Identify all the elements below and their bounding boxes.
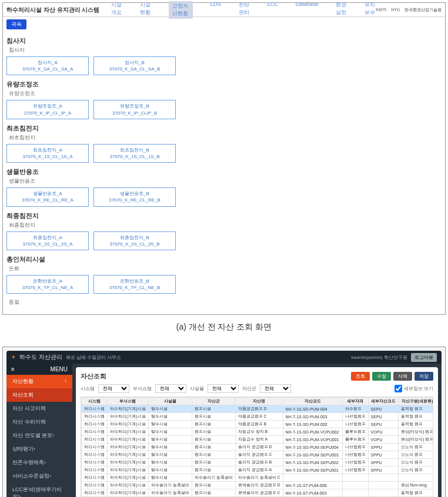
table-row[interactable]: 처리시스템하수처리(기계)시설하수슬러기 농축설비펌프시설원액슬러지 공급펌프 … (82, 482, 434, 489)
nav-tab[interactable]: 시설현황 (140, 1, 151, 19)
cell: 탈수시설 (148, 451, 192, 459)
nav-tab[interactable]: LOS (210, 1, 221, 19)
column-header[interactable]: 시스템 (82, 398, 108, 405)
table-row[interactable]: 처리시스템하수처리(기계)시설탈수시설펌프시설약품공급펌프 DNH-T-1S-S… (82, 405, 434, 413)
cell: 하수처리(기계)시설 (108, 421, 149, 428)
asset-card[interactable]: 최초침전지_B37070_K_1S_CL_1S_B (93, 144, 176, 163)
cell: 하수처리(기계)시설 (108, 482, 149, 489)
column-header[interactable]: 세부자재 (342, 398, 368, 405)
column-header[interactable]: 자산명 (235, 398, 283, 405)
location-label: 목포 남해 수질관리 사무소 (66, 354, 122, 361)
sidebar-item[interactable]: 자산현황› (6, 375, 72, 388)
asset-card[interactable]: 생물반응조_A37070_K_RE_CL_RE_A (6, 187, 89, 206)
cell: 펌프시설 (192, 459, 235, 466)
detail-checkbox[interactable] (394, 385, 402, 392)
table-row[interactable]: 처리시스템하수처리(기계)시설탈수시설펌프시설슬러지 공급펌프 DNH-T-1S… (82, 444, 434, 451)
cell: 처리시스템 (82, 428, 108, 436)
cell: 용적형 펌프 (398, 421, 433, 428)
column-header[interactable]: 자산군 (192, 398, 235, 405)
table-row[interactable]: 처리시스템하수처리(기계)시설탈수시설펌프시설자동급수 장치 BNH-T-1S-… (82, 428, 434, 436)
cell (283, 474, 342, 482)
sidebar: ≡ MENU 자산현황›자산조회자산 사고이력자산 수리이력자산 연도별 분포›… (6, 364, 72, 497)
asset-card[interactable]: 유량조정조_A37070_K_IP_CL_IP_A (6, 100, 89, 119)
partner-logo: HYU (391, 8, 400, 12)
asset-card[interactable]: 최초침전지_A37070_K_1S_CL_1S_A (6, 144, 89, 163)
table-row[interactable]: 처리시스템하수처리(기계)시설하수슬러기 농축설비펌프시설원액슬러지 공급펌프 … (82, 489, 434, 497)
cell: 처리시스템 (82, 451, 108, 459)
cell: 펌프시설 (192, 405, 235, 413)
asset-card-name: 온화반응조_B (96, 278, 173, 284)
sidebar-item[interactable]: 자산 연도별 분포› (6, 429, 72, 442)
column-header[interactable]: 세부자산코드 (368, 398, 398, 405)
cell: 하수슬러기 농축설비 C (235, 474, 283, 482)
table-row[interactable]: 처리시스템하수처리(기계)시설탈수시설펌프시설슬러지 공급펌프 CNH-T-1S… (82, 451, 434, 459)
table-row[interactable]: 처리시스템하수처리(기계)시설탈수시설펌프시설약품공급펌프 BNH-T-1S-S… (82, 421, 434, 428)
sidebar-item[interactable]: 잔존수명예측› (6, 456, 72, 469)
nav-tab[interactable]: Database (296, 1, 319, 19)
cell: 자동급수 장치 B (235, 428, 283, 436)
cell: 나선형펌프 (342, 466, 368, 474)
cell: 하수처리(기계)시설 (108, 489, 149, 497)
table-row[interactable]: 처리시스템하수처리(기계)시설탈수시설펌프시설슬러지 공급펌프 ANH-T-1S… (82, 466, 434, 474)
sidebar-item[interactable]: 상태평가› (6, 442, 72, 456)
logo-row: KEITIHYU한국환경산업기술원 (376, 7, 442, 13)
nav-tab[interactable]: 시설개요 (111, 1, 122, 19)
asset-card[interactable]: 최종침전지_A37070_K_2S_CL_2S_A (6, 231, 89, 250)
save-button[interactable]: 저장 (414, 372, 433, 381)
sidebar-item[interactable]: LCC분석(생애주기비용)› (6, 483, 72, 497)
nav-tab[interactable]: 진단관리 (239, 1, 250, 19)
cell: 하수슬러기 농축설비 (192, 474, 235, 482)
sidebar-item-label: 자산 연도별 분포 (12, 432, 52, 438)
filter-select[interactable]: 전체 (155, 384, 186, 393)
chevron-right-icon: › (49, 473, 51, 479)
sidebar-item[interactable]: 서비스수준설정› (6, 469, 72, 483)
cell: 펌프시설 (192, 451, 235, 459)
column-header[interactable]: 부서스템 (108, 398, 149, 405)
logout-button[interactable]: 로그아웃 (411, 353, 437, 362)
asset-card[interactable]: 침사지_B37070_K_SA_CL_SA_B (93, 56, 176, 75)
sidebar-item[interactable]: 자산 사고이력 (6, 402, 72, 415)
column-header[interactable]: 사설물 (148, 398, 192, 405)
top-nav: 시설개요시설현황고정자산현황LOS진단관리LCCDatabase환경설정유지보수 (111, 1, 376, 19)
cell: 펌프시설 (192, 444, 235, 451)
cell: SEPU (368, 413, 398, 421)
asset-card[interactable]: 온화반응조_A37070_K_TP_CL_NE_A (6, 275, 89, 294)
cell: 슬러지 공급펌프 A (235, 466, 283, 474)
sidebar-item[interactable]: 자산조회 (6, 388, 72, 402)
filter-select[interactable]: 전체 (208, 384, 239, 393)
asset-card-name: 침사지_A (9, 59, 86, 66)
asset-card[interactable]: 침사지_A37070_K_SA_CL_SA_A (6, 56, 89, 75)
cell: 슬러지 공급펌프 B (235, 459, 283, 466)
column-header[interactable]: 자산코드 (283, 398, 342, 405)
asset-card-name: 온화반응조_A (9, 278, 86, 284)
asset-card[interactable]: 유량조정조_B37070_K_IP_CLIP_B (93, 100, 176, 119)
asset-card[interactable]: 온화반응조_B37070_K_TP_CL_NE_B (93, 275, 176, 294)
table-row[interactable]: 처리시스템하수처리(기계)시설탈수시설하수슬러기 농축설비하수슬러기 농축설비 … (82, 474, 434, 482)
asset-card[interactable]: 생물반응조_B37070_K_RE_CL_RE_B (93, 187, 176, 206)
detail-checkbox-label[interactable]: 세부정보 보기 (394, 385, 433, 392)
search-button[interactable]: 조회 (351, 372, 370, 381)
cell: 처리시스템 (82, 482, 108, 489)
nav-tab[interactable]: 환경설정 (336, 1, 347, 19)
return-button[interactable]: 귀속 (6, 19, 26, 29)
results-table-wrap[interactable]: 시스템부서스템사설물자산군자산명자산코드세부자재세부자산코드자산구분(세분류)규… (81, 397, 433, 497)
menu-header[interactable]: ≡ MENU (6, 364, 72, 375)
asset-card-name: 침사지_B (96, 59, 173, 66)
group-subtitle: 침사지 (9, 46, 442, 54)
column-header[interactable]: 자산구분(세분류) (398, 398, 433, 405)
table-row[interactable]: 처리시스템하수처리(기계)시설탈수시설펌프시설슬러지 공급펌프 BNH-T-1S… (82, 459, 434, 466)
asset-card[interactable]: 최종침전지_B37070_K_2S_CL_2S_B (93, 231, 176, 250)
filter-select[interactable]: 전체 (260, 384, 291, 393)
group-title: 침사지 (6, 36, 442, 45)
sidebar-item[interactable]: 자산 수리이력 (6, 415, 72, 429)
nav-tab[interactable]: LCC (268, 1, 278, 19)
table-row[interactable]: 처리시스템하수처리(기계)시설탈수시설펌프시설자동급수 장치 ANH-T-1S-… (82, 436, 434, 444)
delete-button[interactable]: 삭제 (393, 372, 412, 381)
filter-select[interactable]: 전체 (98, 384, 129, 393)
table-row[interactable]: 처리시스템하수처리(기계)시설탈수시설펌프시설약품공급펌프 CNH-T-1S-S… (82, 413, 434, 421)
sidebar-item-label: 잔존수명예측 (12, 459, 44, 465)
cell: 탈수시설 (148, 413, 192, 421)
edit-button[interactable]: 수정 (372, 372, 391, 381)
nav-tab[interactable]: 유지보수 (365, 1, 376, 19)
nav-tab[interactable]: 고정자산현황 (169, 1, 192, 19)
